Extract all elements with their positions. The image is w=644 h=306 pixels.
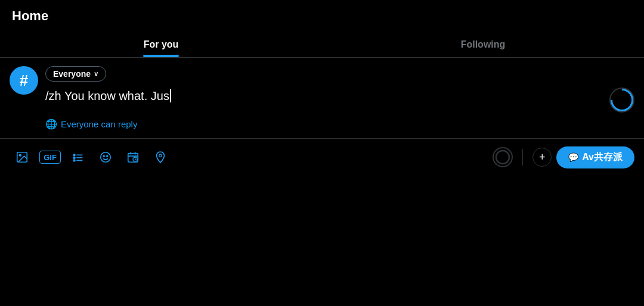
svg-point-2 bbox=[73, 154, 75, 156]
chevron-down-icon: ∨ bbox=[94, 70, 98, 78]
tab-following[interactable]: Following bbox=[322, 30, 644, 57]
svg-point-10 bbox=[107, 155, 108, 157]
svg-point-17 bbox=[496, 151, 509, 164]
svg-point-3 bbox=[73, 157, 75, 159]
toolbar-right: + 💬 Av共存派 bbox=[493, 146, 634, 168]
post-button[interactable]: 💬 Av共存派 bbox=[556, 146, 634, 168]
emoji-icon[interactable] bbox=[93, 145, 118, 170]
compose-input[interactable]: /zh You know what. Jus bbox=[45, 88, 609, 104]
character-counter bbox=[493, 147, 513, 167]
vertical-divider bbox=[522, 149, 523, 166]
list-icon[interactable] bbox=[66, 145, 91, 170]
home-title: Home bbox=[0, 0, 644, 30]
audience-label: Everyone bbox=[53, 69, 91, 79]
avatar: # bbox=[10, 66, 38, 95]
globe-icon: 🌐 bbox=[45, 118, 57, 130]
reply-label: Everyone can reply bbox=[61, 119, 137, 129]
schedule-icon[interactable] bbox=[120, 145, 145, 170]
text-cursor bbox=[170, 89, 171, 102]
wechat-icon: 💬 bbox=[568, 152, 578, 162]
svg-point-8 bbox=[101, 152, 111, 163]
compose-input-row: /zh You know what. Jus bbox=[45, 88, 634, 113]
progress-avatar-inner bbox=[612, 90, 631, 110]
svg-point-4 bbox=[73, 160, 75, 161]
location-icon[interactable] bbox=[148, 145, 173, 170]
tabs-row: For you Following bbox=[0, 30, 644, 58]
tab-for-you[interactable]: For you bbox=[0, 30, 322, 57]
svg-point-9 bbox=[103, 155, 104, 157]
compose-right: Everyone ∨ /zh You know what. Jus 🌐 Ever… bbox=[45, 66, 634, 130]
image-icon[interactable] bbox=[10, 145, 35, 170]
svg-point-16 bbox=[159, 154, 162, 157]
toolbar-left: GIF bbox=[10, 145, 493, 170]
svg-point-1 bbox=[19, 154, 21, 156]
progress-avatar bbox=[609, 88, 634, 113]
compose-area: # Everyone ∨ /zh You know what. Jus 🌐 Ev… bbox=[0, 58, 644, 130]
gif-icon[interactable]: GIF bbox=[39, 151, 61, 164]
reply-setting[interactable]: 🌐 Everyone can reply bbox=[45, 118, 634, 130]
audience-selector[interactable]: Everyone ∨ bbox=[45, 66, 106, 82]
post-label: Av共存派 bbox=[582, 151, 623, 164]
add-thread-button[interactable]: + bbox=[532, 148, 552, 167]
toolbar-row: GIF bbox=[0, 139, 644, 176]
